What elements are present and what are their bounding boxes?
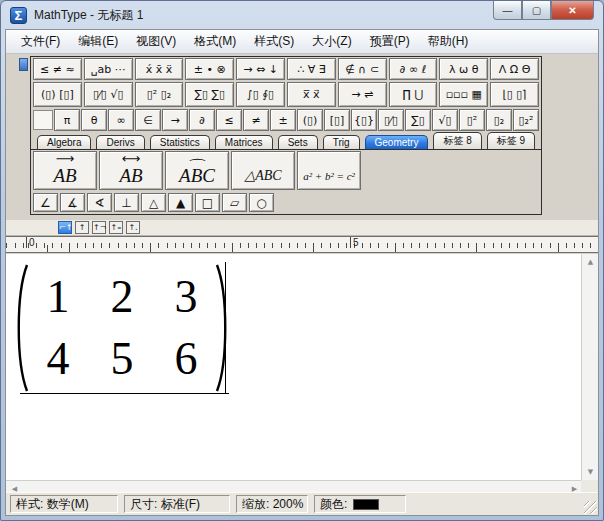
overbar-underbar-templates-button[interactable]: x̅ x⃗ bbox=[287, 82, 336, 107]
matrix-templates-button[interactable]: ▫▫▫ ▦ bbox=[439, 82, 488, 107]
summation-templates-button[interactable]: ∑▯ ∑▯ bbox=[185, 82, 234, 107]
tab-statistics[interactable]: Statistics bbox=[150, 135, 210, 149]
parens-template-button[interactable]: (▯) bbox=[297, 109, 323, 131]
spaces-ellipses-button[interactable]: ␣ab ⋯ bbox=[84, 58, 133, 80]
relational-symbols-button[interactable]: ≤ ≠ ≈ bbox=[33, 58, 82, 80]
subsuperscript-template-button[interactable]: ▯₂² bbox=[513, 109, 539, 131]
element-of-button[interactable]: ∈ bbox=[135, 109, 161, 131]
infinity-button[interactable]: ∞ bbox=[108, 109, 134, 131]
leq-button[interactable]: ≤ bbox=[216, 109, 242, 131]
box-strike-templates-button[interactable]: ⌊▯ ▯⌉ bbox=[490, 82, 539, 107]
menu-item[interactable]: 样式(S) bbox=[245, 30, 303, 53]
plus-minus-button[interactable]: ± bbox=[270, 109, 296, 131]
sum-template-button[interactable]: ∑▯ bbox=[405, 109, 431, 131]
partial-button[interactable]: ∂ bbox=[189, 109, 215, 131]
tab-label-9[interactable]: 标签 9 bbox=[487, 132, 535, 149]
scroll-up-icon[interactable]: ▲ bbox=[582, 254, 599, 270]
sqrt-template-button[interactable]: √▯ bbox=[432, 109, 458, 131]
menubar: 文件(F)编辑(E)视图(V)格式(M)样式(S)大小(Z)预置(P)帮助(H) bbox=[6, 30, 598, 54]
vertical-scrollbar[interactable]: ▲ ▼ bbox=[581, 254, 598, 480]
ruler-label-5: 5 bbox=[350, 237, 359, 248]
superscript-template-button[interactable]: ▯² bbox=[459, 109, 485, 131]
menu-item[interactable]: 帮助(H) bbox=[419, 30, 478, 53]
braces-template-button[interactable]: {▯} bbox=[351, 109, 377, 131]
pythagorean-template-button[interactable]: a² + b² = c² bbox=[297, 151, 361, 190]
tab-trig[interactable]: Trig bbox=[323, 135, 360, 149]
minimize-button[interactable]: — bbox=[493, 1, 522, 20]
subscript-template-button[interactable]: ▯₂ bbox=[486, 109, 512, 131]
menu-item[interactable]: 编辑(E) bbox=[69, 30, 127, 53]
tabstop-center-button[interactable]: ↑ bbox=[75, 221, 89, 234]
neq-button[interactable]: ≠ bbox=[243, 109, 269, 131]
close-icon: ✕ bbox=[568, 5, 576, 16]
tabstop-decimal-button[interactable]: ↑. bbox=[126, 221, 140, 234]
toolbar: ≤ ≠ ≈␣ab ⋯x́ x̄ ẍ± • ⊗→ ⇔ ↓∴ ∀ ∃∉ ∩ ⊂∂ ∞… bbox=[6, 54, 598, 220]
parallelogram-button[interactable]: ▱ bbox=[222, 193, 247, 212]
menu-item[interactable]: 大小(Z) bbox=[303, 30, 360, 53]
pi-button[interactable]: π bbox=[54, 109, 80, 131]
tab-matrices[interactable]: Matrices bbox=[215, 135, 273, 149]
logic-symbols-button[interactable]: ∴ ∀ ∃ bbox=[287, 58, 336, 80]
statusbar: 样式: 数学(M) 尺寸: 标准(F) 缩放: 200% 颜色: bbox=[6, 492, 598, 515]
tabstop-left-button[interactable]: ⌐↑ bbox=[58, 221, 72, 234]
matrix-cell: 6 bbox=[160, 335, 212, 383]
tabstop-right-button[interactable]: ↑¬ bbox=[92, 221, 106, 234]
tab-algebra[interactable]: Algebra bbox=[37, 135, 91, 149]
circle-button[interactable]: ○ bbox=[249, 193, 274, 212]
right-arrow-button[interactable]: → bbox=[162, 109, 188, 131]
square-button[interactable]: □ bbox=[195, 193, 220, 212]
geometry-symbol-row: ∠∡∢⊥△▲□▱○ bbox=[31, 192, 541, 214]
menu-item[interactable]: 格式(M) bbox=[185, 30, 245, 53]
status-style: 样式: 数学(M) bbox=[10, 495, 118, 513]
status-zoom: 缩放: 200% bbox=[236, 495, 308, 513]
titlebar[interactable]: Σ MathType - 无标题 1 — ▢ ✕ bbox=[1, 1, 603, 29]
vector-ab-template-button[interactable]: ⟶AB bbox=[33, 151, 97, 190]
symbol-palette-row: ≤ ≠ ≈␣ab ⋯x́ x̄ ẍ± • ⊗→ ⇔ ↓∴ ∀ ∃∉ ∩ ⊂∂ ∞… bbox=[31, 57, 541, 81]
client-area: 文件(F)编辑(E)视图(V)格式(M)样式(S)大小(Z)预置(P)帮助(H)… bbox=[5, 29, 599, 516]
brackets-template-button[interactable]: [▯] bbox=[324, 109, 350, 131]
operator-symbols-button[interactable]: ± • ⊗ bbox=[185, 58, 234, 80]
triangle-abc-template-button[interactable]: △ABC bbox=[231, 151, 295, 190]
maximize-icon: ▢ bbox=[532, 5, 541, 16]
integral-templates-button[interactable]: ∫▯ ∮▯ bbox=[236, 82, 285, 107]
arc-abc-template-button[interactable]: ⌢ABC bbox=[165, 151, 229, 190]
measured-angle-button[interactable]: ∡ bbox=[60, 193, 85, 212]
spherical-angle-button[interactable]: ∢ bbox=[87, 193, 112, 212]
close-button[interactable]: ✕ bbox=[551, 1, 594, 20]
resize-grip[interactable] bbox=[584, 501, 597, 514]
small-symbol-bar: πθ∞∈→∂≤≠±(▯)[▯]{▯}▯⁄▯∑▯√▯▯²▯₂▯₂² bbox=[31, 108, 541, 132]
ruler-label-0: 0 bbox=[26, 237, 35, 248]
greek-uppercase-button[interactable]: Λ Ω Θ bbox=[490, 58, 539, 80]
menu-item[interactable]: 文件(F) bbox=[12, 30, 69, 53]
filled-triangle-button[interactable]: ▲ bbox=[168, 193, 193, 212]
tab-label-8[interactable]: 标签 8 bbox=[433, 132, 481, 149]
matrix-cell: 2 bbox=[96, 273, 148, 321]
arrow-symbols-button[interactable]: → ⇔ ↓ bbox=[236, 58, 285, 80]
greek-lowercase-button[interactable]: λ ω θ bbox=[439, 58, 488, 80]
fence-templates-button[interactable]: (▯) [▯] bbox=[33, 82, 82, 107]
scroll-down-icon[interactable]: ▼ bbox=[582, 464, 599, 480]
set-theory-symbols-button[interactable]: ∉ ∩ ⊂ bbox=[338, 58, 387, 80]
product-set-templates-button[interactable]: ∏ ⋃ bbox=[389, 82, 438, 107]
subscript-superscript-templates-button[interactable]: ▯² ▯₂ bbox=[135, 82, 184, 107]
labeled-arrow-templates-button[interactable]: → ⇌ bbox=[338, 82, 387, 107]
tab-sets[interactable]: Sets bbox=[278, 135, 318, 149]
menu-item[interactable]: 预置(P) bbox=[361, 30, 419, 53]
tabstop-relational-button[interactable]: ↑₌ bbox=[109, 221, 123, 234]
maximize-button[interactable]: ▢ bbox=[522, 1, 551, 20]
perpendicular-button[interactable]: ⊥ bbox=[114, 193, 139, 212]
angle-button[interactable]: ∠ bbox=[33, 193, 58, 212]
template-palette-row: (▯) [▯]▯⁄▯ √▯▯² ▯₂∑▯ ∑▯∫▯ ∮▯x̅ x⃗→ ⇌∏ ⋃▫… bbox=[31, 81, 541, 108]
fraction-radical-templates-button[interactable]: ▯⁄▯ √▯ bbox=[84, 82, 133, 107]
line-ab-template-button[interactable]: ⟷AB bbox=[99, 151, 163, 190]
equation-canvas[interactable]: 123456 bbox=[6, 254, 583, 480]
toolbar-grip[interactable] bbox=[19, 58, 28, 71]
tab-derivs[interactable]: Derivs bbox=[96, 135, 144, 149]
menu-item[interactable]: 视图(V) bbox=[127, 30, 185, 53]
misc-symbols-button[interactable]: ∂ ∞ ℓ bbox=[389, 58, 438, 80]
tab-geometry[interactable]: Geometry bbox=[365, 135, 429, 149]
triangle-button[interactable]: △ bbox=[141, 193, 166, 212]
fraction-template-button[interactable]: ▯⁄▯ bbox=[378, 109, 404, 131]
theta-button[interactable]: θ bbox=[81, 109, 107, 131]
embellishments-button[interactable]: x́ x̄ ẍ bbox=[135, 58, 184, 80]
